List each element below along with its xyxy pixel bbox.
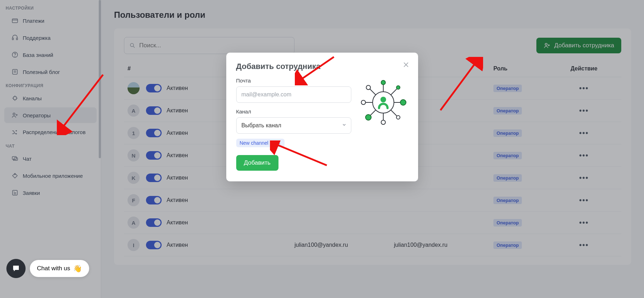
svg-point-46: [396, 86, 400, 89]
wave-emoji-icon: 👋: [73, 264, 82, 273]
submit-button[interactable]: Добавить: [236, 155, 278, 171]
email-field[interactable]: [236, 86, 351, 103]
svg-line-37: [370, 89, 376, 95]
channel-select-value: Выбрать канал: [242, 122, 281, 129]
chat-widget: Chat with us 👋: [6, 259, 89, 278]
channel-select[interactable]: Выбрать канал: [236, 117, 351, 134]
chat-launcher-button[interactable]: [6, 259, 26, 278]
svg-line-39: [370, 110, 376, 116]
svg-line-38: [391, 89, 397, 95]
svg-line-52: [440, 62, 476, 110]
annotation-arrow: [57, 71, 107, 135]
annotation-arrow: [437, 57, 483, 114]
channel-label: Канал: [236, 108, 351, 115]
svg-point-45: [366, 85, 370, 90]
chat-pill-label: Chat with us: [37, 265, 70, 272]
chat-bubble-icon: [12, 264, 20, 273]
modal-overlay[interactable]: Добавить сотрудника Почта Канал Выбрать …: [0, 0, 644, 298]
svg-point-32: [380, 97, 386, 102]
network-illustration: [358, 78, 408, 127]
chevron-down-icon: [342, 122, 347, 129]
svg-point-43: [361, 100, 366, 105]
svg-line-49: [62, 75, 103, 128]
chat-pill[interactable]: Chat with us 👋: [30, 260, 89, 277]
close-button[interactable]: [402, 60, 410, 69]
svg-point-42: [381, 120, 385, 124]
channel-chip[interactable]: New channel (-) ✕: [236, 139, 285, 147]
chip-remove-icon[interactable]: ✕: [277, 140, 281, 146]
email-label: Почта: [236, 78, 351, 84]
close-icon: [402, 61, 410, 68]
svg-point-44: [400, 100, 406, 105]
svg-point-47: [366, 115, 371, 120]
svg-point-41: [381, 80, 385, 85]
modal-title: Добавить сотрудника: [236, 62, 408, 71]
svg-point-48: [396, 116, 400, 119]
svg-line-40: [391, 110, 397, 116]
channel-chip-label: New channel (-): [240, 140, 275, 146]
add-employee-modal: Добавить сотрудника Почта Канал Выбрать …: [226, 53, 418, 181]
